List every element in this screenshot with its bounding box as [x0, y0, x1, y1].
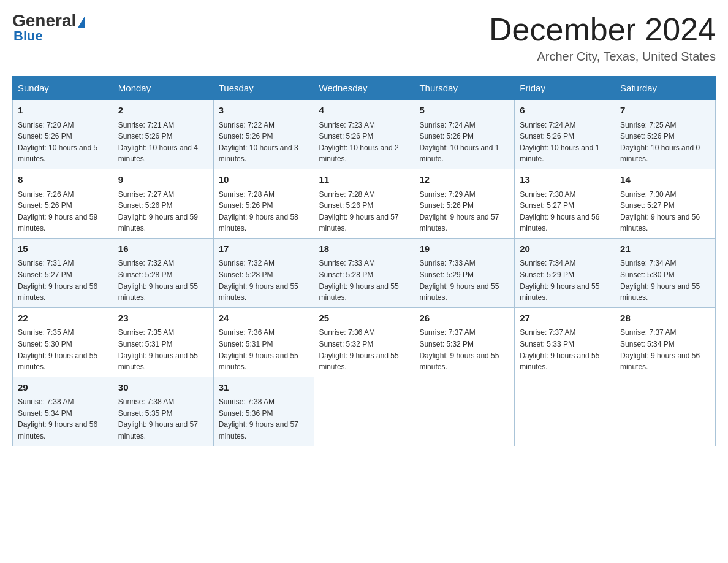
day-info: Sunrise: 7:36 AMSunset: 5:31 PMDaylight:… [219, 328, 298, 371]
logo-general: General [12, 12, 85, 29]
day-info: Sunrise: 7:30 AMSunset: 5:27 PMDaylight:… [520, 190, 599, 233]
day-info: Sunrise: 7:37 AMSunset: 5:32 PMDaylight:… [419, 328, 499, 371]
day-info: Sunrise: 7:37 AMSunset: 5:34 PMDaylight:… [620, 328, 700, 371]
calendar-week-row: 15 Sunrise: 7:31 AMSunset: 5:27 PMDaylig… [13, 238, 716, 307]
day-of-week-header: Saturday [615, 77, 716, 100]
day-info: Sunrise: 7:32 AMSunset: 5:28 PMDaylight:… [219, 259, 298, 302]
day-number: 25 [319, 312, 409, 326]
calendar-cell: 15 Sunrise: 7:31 AMSunset: 5:27 PMDaylig… [13, 238, 113, 307]
day-info: Sunrise: 7:27 AMSunset: 5:26 PMDaylight:… [118, 190, 198, 233]
day-number: 22 [18, 312, 108, 326]
day-info: Sunrise: 7:37 AMSunset: 5:33 PMDaylight:… [520, 328, 599, 371]
day-info: Sunrise: 7:24 AMSunset: 5:26 PMDaylight:… [419, 121, 499, 164]
day-number: 29 [18, 381, 108, 395]
calendar-week-row: 22 Sunrise: 7:35 AMSunset: 5:30 PMDaylig… [13, 307, 716, 377]
calendar-cell: 12 Sunrise: 7:29 AMSunset: 5:26 PMDaylig… [414, 169, 515, 239]
calendar-cell: 8 Sunrise: 7:26 AMSunset: 5:26 PMDayligh… [13, 169, 113, 239]
logo: General Blue [12, 12, 85, 44]
day-of-week-header: Monday [113, 77, 213, 100]
logo-blue: Blue [12, 28, 43, 44]
day-number: 28 [620, 312, 710, 326]
calendar-cell: 9 Sunrise: 7:27 AMSunset: 5:26 PMDayligh… [113, 169, 213, 239]
calendar-cell: 25 Sunrise: 7:36 AMSunset: 5:32 PMDaylig… [314, 307, 414, 377]
day-info: Sunrise: 7:33 AMSunset: 5:28 PMDaylight:… [319, 259, 399, 302]
day-number: 3 [219, 104, 309, 118]
day-info: Sunrise: 7:30 AMSunset: 5:27 PMDaylight:… [620, 190, 700, 233]
calendar-cell: 22 Sunrise: 7:35 AMSunset: 5:30 PMDaylig… [13, 307, 113, 377]
title-section: December 2024 Archer City, Texas, United… [489, 12, 716, 64]
page-header: General Blue December 2024 Archer City, … [12, 12, 716, 64]
day-number: 27 [520, 312, 610, 326]
calendar-cell: 17 Sunrise: 7:32 AMSunset: 5:28 PMDaylig… [213, 238, 314, 307]
calendar-cell: 26 Sunrise: 7:37 AMSunset: 5:32 PMDaylig… [414, 307, 515, 377]
day-of-week-header: Friday [515, 77, 615, 100]
day-info: Sunrise: 7:35 AMSunset: 5:30 PMDaylight:… [18, 328, 97, 371]
day-number: 7 [620, 104, 710, 118]
day-of-week-header: Thursday [414, 77, 515, 100]
calendar-header-row: SundayMondayTuesdayWednesdayThursdayFrid… [13, 77, 716, 100]
calendar-cell [515, 377, 615, 446]
calendar-cell: 10 Sunrise: 7:28 AMSunset: 5:26 PMDaylig… [213, 169, 314, 239]
calendar-cell: 2 Sunrise: 7:21 AMSunset: 5:26 PMDayligh… [113, 100, 213, 169]
calendar-week-row: 8 Sunrise: 7:26 AMSunset: 5:26 PMDayligh… [13, 169, 716, 239]
calendar-cell: 3 Sunrise: 7:22 AMSunset: 5:26 PMDayligh… [213, 100, 314, 169]
calendar-cell: 30 Sunrise: 7:38 AMSunset: 5:35 PMDaylig… [113, 377, 213, 446]
day-info: Sunrise: 7:34 AMSunset: 5:30 PMDaylight:… [620, 259, 700, 302]
calendar-week-row: 1 Sunrise: 7:20 AMSunset: 5:26 PMDayligh… [13, 100, 716, 169]
day-info: Sunrise: 7:29 AMSunset: 5:26 PMDaylight:… [419, 190, 499, 233]
calendar-cell: 24 Sunrise: 7:36 AMSunset: 5:31 PMDaylig… [213, 307, 314, 377]
day-info: Sunrise: 7:22 AMSunset: 5:26 PMDaylight:… [219, 121, 298, 164]
month-title: December 2024 [489, 12, 716, 47]
day-of-week-header: Tuesday [213, 77, 314, 100]
day-info: Sunrise: 7:25 AMSunset: 5:26 PMDaylight:… [620, 121, 700, 164]
day-info: Sunrise: 7:20 AMSunset: 5:26 PMDaylight:… [18, 121, 97, 164]
day-number: 19 [419, 242, 509, 256]
day-of-week-header: Sunday [13, 77, 113, 100]
calendar-cell: 18 Sunrise: 7:33 AMSunset: 5:28 PMDaylig… [314, 238, 414, 307]
calendar-cell [314, 377, 414, 446]
day-number: 1 [18, 104, 108, 118]
day-number: 14 [620, 173, 710, 187]
day-info: Sunrise: 7:38 AMSunset: 5:36 PMDaylight:… [219, 397, 298, 440]
calendar-cell [615, 377, 716, 446]
calendar-cell: 16 Sunrise: 7:32 AMSunset: 5:28 PMDaylig… [113, 238, 213, 307]
day-number: 18 [319, 242, 409, 256]
calendar-week-row: 29 Sunrise: 7:38 AMSunset: 5:34 PMDaylig… [13, 377, 716, 446]
day-number: 23 [118, 312, 208, 326]
day-info: Sunrise: 7:31 AMSunset: 5:27 PMDaylight:… [18, 259, 97, 302]
day-info: Sunrise: 7:28 AMSunset: 5:26 PMDaylight:… [219, 190, 298, 233]
calendar-cell: 14 Sunrise: 7:30 AMSunset: 5:27 PMDaylig… [615, 169, 716, 239]
day-info: Sunrise: 7:35 AMSunset: 5:31 PMDaylight:… [118, 328, 198, 371]
day-number: 12 [419, 173, 509, 187]
calendar-body: 1 Sunrise: 7:20 AMSunset: 5:26 PMDayligh… [13, 100, 716, 446]
day-number: 17 [219, 242, 309, 256]
day-info: Sunrise: 7:28 AMSunset: 5:26 PMDaylight:… [319, 190, 399, 233]
day-info: Sunrise: 7:38 AMSunset: 5:35 PMDaylight:… [118, 397, 198, 440]
day-info: Sunrise: 7:32 AMSunset: 5:28 PMDaylight:… [118, 259, 198, 302]
day-info: Sunrise: 7:26 AMSunset: 5:26 PMDaylight:… [18, 190, 97, 233]
day-number: 2 [118, 104, 208, 118]
day-info: Sunrise: 7:24 AMSunset: 5:26 PMDaylight:… [520, 121, 599, 164]
day-info: Sunrise: 7:36 AMSunset: 5:32 PMDaylight:… [319, 328, 399, 371]
day-number: 5 [419, 104, 509, 118]
day-number: 30 [118, 381, 208, 395]
day-info: Sunrise: 7:34 AMSunset: 5:29 PMDaylight:… [520, 259, 599, 302]
day-number: 8 [18, 173, 108, 187]
day-info: Sunrise: 7:21 AMSunset: 5:26 PMDaylight:… [118, 121, 198, 164]
calendar-cell: 28 Sunrise: 7:37 AMSunset: 5:34 PMDaylig… [615, 307, 716, 377]
calendar-cell: 1 Sunrise: 7:20 AMSunset: 5:26 PMDayligh… [13, 100, 113, 169]
day-of-week-header: Wednesday [314, 77, 414, 100]
day-number: 13 [520, 173, 610, 187]
day-number: 10 [219, 173, 309, 187]
day-info: Sunrise: 7:38 AMSunset: 5:34 PMDaylight:… [18, 397, 97, 440]
calendar-cell: 13 Sunrise: 7:30 AMSunset: 5:27 PMDaylig… [515, 169, 615, 239]
day-number: 9 [118, 173, 208, 187]
calendar-cell: 27 Sunrise: 7:37 AMSunset: 5:33 PMDaylig… [515, 307, 615, 377]
day-number: 26 [419, 312, 509, 326]
location-subtitle: Archer City, Texas, United States [489, 50, 716, 64]
day-info: Sunrise: 7:23 AMSunset: 5:26 PMDaylight:… [319, 121, 399, 164]
calendar-cell: 7 Sunrise: 7:25 AMSunset: 5:26 PMDayligh… [615, 100, 716, 169]
calendar-cell: 11 Sunrise: 7:28 AMSunset: 5:26 PMDaylig… [314, 169, 414, 239]
day-number: 21 [620, 242, 710, 256]
day-number: 31 [219, 381, 309, 395]
